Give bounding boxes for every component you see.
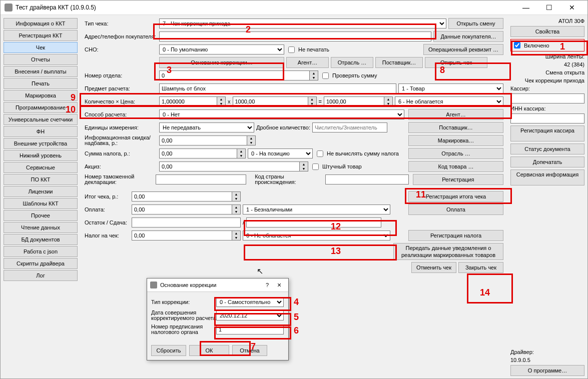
sidebar-item[interactable]: Внесения / выплаты xyxy=(4,66,78,77)
spinner[interactable]: ▲▼ xyxy=(309,70,318,80)
sidebar-item[interactable]: Скрипты драйвера xyxy=(4,258,78,269)
origin-country-input[interactable] xyxy=(325,174,409,184)
order-number-input[interactable] xyxy=(216,324,284,334)
sidebar-item[interactable]: Работа с json xyxy=(4,246,78,257)
price-input[interactable] xyxy=(233,96,308,106)
spinner[interactable]: ▲▼ xyxy=(232,192,241,202)
dialog-close-button[interactable]: × xyxy=(273,281,285,289)
buyer-address-input[interactable] xyxy=(159,32,431,42)
industry2-button[interactable]: Отрасль … xyxy=(408,148,503,159)
product-code-button[interactable]: Код товара … xyxy=(408,161,503,172)
supplier-button[interactable]: Поставщик… xyxy=(375,57,423,68)
close-check-button[interactable]: Закрыть чек xyxy=(458,262,503,273)
doc-status-button[interactable]: Статус документа xyxy=(510,144,584,154)
sidebar-item[interactable]: Лицензии xyxy=(4,186,78,197)
check-type-select[interactable]: 7 - Чек коррекции прихода xyxy=(159,18,446,28)
sidebar-item[interactable]: Прочее xyxy=(4,210,78,221)
dialog-ok-button[interactable]: ОК xyxy=(189,345,229,356)
close-button[interactable]: ✕ xyxy=(560,0,583,14)
cashier-inn-input[interactable] xyxy=(510,114,584,124)
pay-button[interactable]: Оплата xyxy=(408,204,503,215)
spinner[interactable]: ▲▼ xyxy=(384,96,393,106)
about-button[interactable]: О программе… xyxy=(510,365,584,376)
payment-type-select[interactable]: 1 - Безналичными xyxy=(243,204,390,214)
sidebar-item[interactable]: Регистрация ККТ xyxy=(4,30,78,41)
basis-correction-button[interactable]: Основание коррекции… xyxy=(159,57,284,68)
no-calc-tax-checkbox[interactable]: Не вычислять сумму налога xyxy=(315,149,399,158)
spinner[interactable]: ▲▼ xyxy=(308,96,317,106)
marking-button[interactable]: Маркировка… xyxy=(408,135,503,146)
fractional-input[interactable] xyxy=(312,122,387,132)
balance-left-input[interactable] xyxy=(132,218,241,228)
qty-input[interactable] xyxy=(159,96,217,106)
tax-pos-select[interactable]: 0 - На позицию xyxy=(248,148,313,158)
registration-button[interactable]: Регистрация xyxy=(413,174,503,185)
agent-button[interactable]: Агент… xyxy=(286,57,329,68)
cashier-input[interactable] xyxy=(510,94,584,104)
tax-sum-input[interactable] xyxy=(159,148,237,158)
sidebar-item[interactable]: Маркировка xyxy=(4,90,78,101)
open-check-button[interactable]: Открыть чек xyxy=(425,57,487,68)
sidebar-item[interactable]: Универсальные счетчики xyxy=(4,114,78,125)
no-print-checkbox[interactable]: Не печатать xyxy=(286,45,329,54)
excise-input[interactable] xyxy=(159,162,299,172)
supplier2-button[interactable]: Поставщик… xyxy=(408,122,503,133)
sidebar-item[interactable]: Внешние устройства xyxy=(4,138,78,149)
properties-button[interactable]: Свойства xyxy=(510,26,584,37)
dept-no-input[interactable] xyxy=(159,70,309,80)
sidebar-item[interactable]: ПО ККТ xyxy=(4,174,78,185)
send-marking-button[interactable]: Передать данные уведомления о реализации… xyxy=(393,243,503,260)
spinner[interactable]: ▲▼ xyxy=(237,148,246,158)
pay-method-select[interactable]: 0 - Нет xyxy=(159,110,404,120)
discount-input[interactable] xyxy=(159,136,247,146)
sidebar-item[interactable]: Чтение данных xyxy=(4,222,78,233)
vat-select[interactable]: 6 - Не облагается xyxy=(395,96,503,106)
service-info-button[interactable]: Сервисная информация xyxy=(510,170,584,186)
sidebar-item[interactable]: Шаблоны ККТ xyxy=(4,198,78,209)
buyer-data-button[interactable]: Данные покупателя… xyxy=(433,31,503,42)
total-input[interactable] xyxy=(132,192,232,202)
sno-select[interactable]: 0 - По умолчанию xyxy=(159,44,284,54)
sidebar-item[interactable]: Лог xyxy=(4,270,78,281)
agent2-button[interactable]: Агент… xyxy=(408,109,503,120)
minimize-button[interactable]: ― xyxy=(514,0,537,14)
units-select[interactable]: Не передавать xyxy=(159,122,254,132)
sidebar-item[interactable]: Нижний уровень xyxy=(4,150,78,161)
subject-input[interactable] xyxy=(159,84,396,94)
sidebar-item[interactable]: Программирование xyxy=(4,102,78,113)
correction-date-input[interactable]: 2020.12.12 xyxy=(216,310,284,320)
reg-total-button[interactable]: Регистрация итога чека xyxy=(408,191,503,202)
reg-cashier-button[interactable]: Регистрация кассира xyxy=(510,126,584,142)
spinner[interactable]: ▲▼ xyxy=(217,96,226,106)
sidebar-item[interactable]: Отчеты xyxy=(4,54,78,65)
sum-input[interactable] xyxy=(324,96,384,106)
payment-input[interactable] xyxy=(132,204,232,214)
tax-on-check-select[interactable]: 6 - Не облагается xyxy=(243,230,390,240)
sidebar-item[interactable]: Печать xyxy=(4,78,78,89)
dialog-reset-button[interactable]: Сбросить xyxy=(151,345,186,356)
tax-on-check-input[interactable] xyxy=(132,230,232,240)
sidebar-item[interactable]: Сервисные xyxy=(4,162,78,173)
spinner[interactable]: ▲▼ xyxy=(247,136,256,146)
sidebar-item[interactable]: БД документов xyxy=(4,234,78,245)
spinner[interactable]: ▲▼ xyxy=(299,162,308,172)
balance-right-input[interactable] xyxy=(246,218,381,228)
reg-tax-button[interactable]: Регистрация налога xyxy=(408,230,503,241)
check-sum-checkbox[interactable]: Проверять сумму xyxy=(320,71,377,80)
enabled-checkbox[interactable]: Включено xyxy=(510,39,584,52)
correction-type-select[interactable]: 0 - Самостоятельно xyxy=(216,297,284,307)
customs-decl-input[interactable] xyxy=(156,174,246,184)
dialog-help-button[interactable]: ? xyxy=(261,282,273,288)
oper-requisite-button[interactable]: Операционный реквизит … xyxy=(423,44,503,55)
spinner[interactable]: ▲▼ xyxy=(232,230,241,240)
reprint-button[interactable]: Допечатать xyxy=(510,156,584,168)
sidebar-item[interactable]: Чек xyxy=(4,42,78,53)
spinner[interactable]: ▲▼ xyxy=(232,204,241,214)
sidebar-item[interactable]: Информация о ККТ xyxy=(4,18,78,29)
industry-button[interactable]: Отрасль … xyxy=(331,57,373,68)
cancel-check-button[interactable]: Отменить чек xyxy=(411,262,456,273)
dialog-cancel-button[interactable]: Отмена xyxy=(232,345,267,356)
subject-type-select[interactable]: 1 - Товар xyxy=(398,84,503,94)
piece-goods-checkbox[interactable]: Штучный товар xyxy=(310,162,362,172)
sidebar-item[interactable]: ФН xyxy=(4,126,78,137)
